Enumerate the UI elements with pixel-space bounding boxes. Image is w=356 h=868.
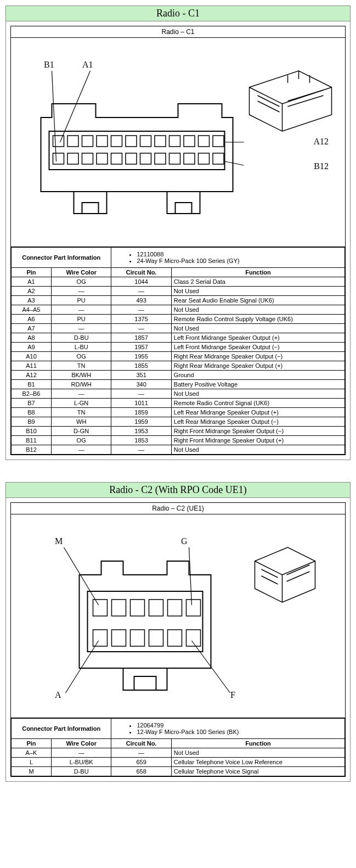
cell-circuit: 1957 xyxy=(111,343,171,352)
svg-rect-31 xyxy=(112,600,126,616)
table-row: A6PU1375Remote Radio Control Supply Volt… xyxy=(12,315,345,324)
cell-color: OG xyxy=(51,277,111,287)
connector-diagram-c2: M G A F xyxy=(11,514,345,718)
cell-color: RD/WH xyxy=(51,380,111,389)
cell-func: Not Used xyxy=(171,287,344,296)
cell-pin: A11 xyxy=(12,361,52,371)
cell-circuit: 340 xyxy=(111,380,171,389)
table-row: A–K——Not Used xyxy=(12,748,345,758)
cell-func: Left Front Midrange Speaker Output (+) xyxy=(171,333,344,343)
cell-func: Remote Radio Control Signal (UK6) xyxy=(171,399,344,408)
hdr-pin: Pin xyxy=(12,268,52,277)
part-desc-c1: 24-Way F Micro-Pack 100 Series (GY) xyxy=(137,257,342,264)
cell-color: — xyxy=(51,305,111,315)
svg-rect-9 xyxy=(169,136,180,147)
svg-rect-5 xyxy=(111,136,122,147)
cell-circuit: 659 xyxy=(111,758,171,767)
hdr-func-c2: Function xyxy=(171,739,344,748)
cell-color: WH xyxy=(51,417,111,427)
cell-pin: A12 xyxy=(12,371,52,380)
table-row: B11OG1853Right Front Midrange Speaker Ou… xyxy=(12,436,345,445)
svg-rect-37 xyxy=(112,630,126,646)
cell-func: Class 2 Serial Data xyxy=(171,277,344,287)
hdr-circuit: Circuit No. xyxy=(111,268,171,277)
svg-rect-10 xyxy=(184,136,195,147)
panel-title-c2: Radio - C2 (With RPO Code UE1) xyxy=(6,483,350,498)
part-info-values-c1: 12110088 24-Way F Micro-Pack 100 Series … xyxy=(111,248,345,268)
cell-pin: A7 xyxy=(12,324,52,333)
cell-pin: A4–A5 xyxy=(12,305,52,315)
table-header-c2: Pin Wire Color Circuit No. Function xyxy=(12,739,345,748)
cell-color: D-BU xyxy=(51,767,111,776)
svg-rect-13 xyxy=(53,153,64,164)
part-desc-c2: 12-Way F Micro-Pack 100 Series (BK) xyxy=(137,729,342,735)
cell-func: Right Front Midrange Speaker Output (+) xyxy=(171,436,344,445)
cell-pin: M xyxy=(12,767,52,776)
cell-color: L-GN xyxy=(51,399,111,408)
svg-rect-39 xyxy=(149,630,163,646)
table-row: A1OG1044Class 2 Serial Data xyxy=(12,277,345,287)
cell-pin: A2 xyxy=(12,287,52,296)
svg-rect-32 xyxy=(131,600,145,616)
connector-c1-svg xyxy=(11,38,345,247)
table-row: B9WH1959Left Rear Midrange Speaker Outpu… xyxy=(12,417,345,427)
cell-circuit: 1853 xyxy=(111,436,171,445)
part-info-values-c2: 12064799 12-Way F Micro-Pack 100 Series … xyxy=(111,719,345,739)
table-row: A10OG1955Right Rear Midrange Speaker Out… xyxy=(12,352,345,361)
connector-c2-svg xyxy=(11,514,345,718)
part-num-c1: 12110088 xyxy=(137,251,342,257)
cell-func: Right Front Midrange Speaker Output (−) xyxy=(171,427,344,436)
svg-rect-21 xyxy=(169,153,180,164)
cell-circuit: 1011 xyxy=(111,399,171,408)
svg-rect-24 xyxy=(213,153,224,164)
cell-color: OG xyxy=(51,436,111,445)
cell-func: Battery Positive Voltage xyxy=(171,380,344,389)
cell-pin: A8 xyxy=(12,333,52,343)
cell-circuit: 1859 xyxy=(111,408,171,417)
c1-data-table: Connector Part Information 12110088 24-W… xyxy=(11,247,345,455)
svg-rect-2 xyxy=(67,136,78,147)
cell-pin: B1 xyxy=(12,380,52,389)
cell-func: Cellular Telephone Voice Low Reference xyxy=(171,758,344,767)
svg-rect-12 xyxy=(213,136,224,147)
cell-circuit: — xyxy=(111,445,171,455)
cell-color: D-BU xyxy=(51,333,111,343)
cell-pin: B10 xyxy=(12,427,52,436)
c2-data-table: Connector Part Information 12064799 12-W… xyxy=(11,718,345,776)
hdr-color: Wire Color xyxy=(51,268,111,277)
cell-pin: B8 xyxy=(12,408,52,417)
cell-color: — xyxy=(51,748,111,758)
cell-color: — xyxy=(51,287,111,296)
table-row: B8TN1859Left Rear Midrange Speaker Outpu… xyxy=(12,408,345,417)
cell-color: PU xyxy=(51,296,111,305)
svg-rect-41 xyxy=(187,630,201,646)
svg-rect-18 xyxy=(126,153,137,164)
svg-rect-17 xyxy=(111,153,122,164)
cell-circuit: — xyxy=(111,287,171,296)
cell-color: — xyxy=(51,389,111,399)
svg-rect-16 xyxy=(97,153,108,164)
cell-pin: A10 xyxy=(12,352,52,361)
cell-circuit: 1857 xyxy=(111,333,171,343)
cell-pin: A6 xyxy=(12,315,52,324)
svg-rect-29 xyxy=(88,591,203,652)
table-row: A11TN1855Right Rear Midrange Speaker Out… xyxy=(12,361,345,371)
svg-rect-19 xyxy=(140,153,151,164)
svg-rect-15 xyxy=(82,153,93,164)
cell-circuit: 351 xyxy=(111,371,171,380)
hdr-pin-c2: Pin xyxy=(12,739,52,748)
cell-func: Left Front Midrange Speaker Output (−) xyxy=(171,343,344,352)
table-row: LL-BU/BK659Cellular Telephone Voice Low … xyxy=(12,758,345,767)
part-num-c2: 12064799 xyxy=(137,722,342,729)
svg-rect-14 xyxy=(67,153,78,164)
table-row: B7L-GN1011Remote Radio Control Signal (U… xyxy=(12,399,345,408)
cell-color: OG xyxy=(51,352,111,361)
svg-rect-36 xyxy=(93,630,108,646)
svg-rect-20 xyxy=(155,153,166,164)
cell-pin: B9 xyxy=(12,417,52,427)
cell-color: — xyxy=(51,324,111,333)
cell-circuit: 1855 xyxy=(111,361,171,371)
svg-rect-34 xyxy=(168,600,182,616)
cell-color: PU xyxy=(51,315,111,324)
cell-func: Not Used xyxy=(171,748,344,758)
